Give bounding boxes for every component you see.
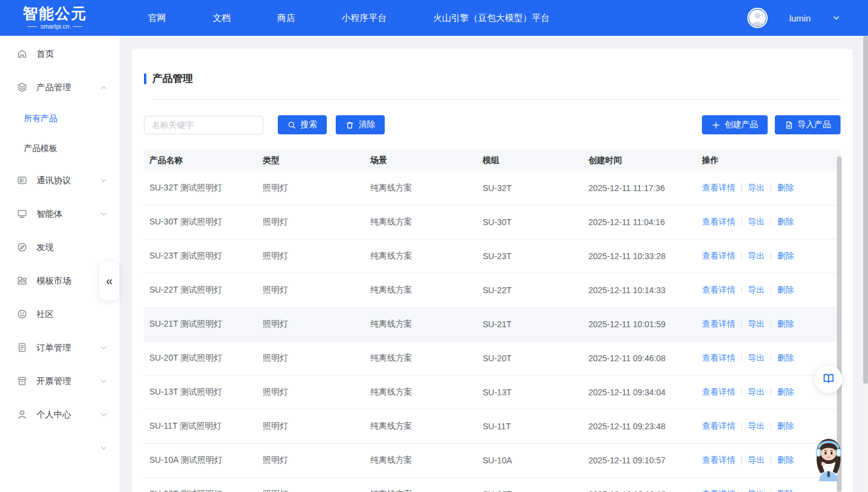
page-scrollbar-track[interactable] — [863, 0, 868, 492]
export-link[interactable]: 导出 — [748, 285, 765, 294]
table-row: SU-10A 测试照明灯 照明灯 纯离线方案 SU-10A 2025-12-11… — [144, 444, 841, 478]
chevron-down-icon — [100, 411, 108, 419]
export-link[interactable]: 导出 — [748, 183, 765, 192]
delete-link[interactable]: 删除 — [777, 353, 794, 362]
sidebar-item-personal-center[interactable]: 个人中心 — [0, 398, 119, 431]
cell-module: SU-11T — [477, 422, 583, 431]
action-separator — [741, 218, 742, 226]
table-row: SU-23T 测试照明灯 照明灯 纯离线方案 SU-23T 2025-12-11… — [144, 239, 841, 273]
view-details-link[interactable]: 查看详情 — [702, 319, 735, 328]
user-avatar[interactable] — [747, 8, 768, 28]
table-row: SU-20T 测试照明灯 照明灯 纯离线方案 SU-20T 2025-12-11… — [144, 342, 841, 376]
delete-link[interactable]: 删除 — [777, 319, 794, 328]
cell-product-name: SU-10A 测试照明灯 — [144, 455, 257, 466]
nav-item-miniprogram-platform[interactable]: 小程序平台 — [342, 13, 387, 24]
nav-item-official-site[interactable]: 官网 — [148, 13, 166, 24]
table-header-row: 产品名称 类型 场景 模组 创建时间 操作 — [144, 149, 841, 171]
cell-actions: 查看详情导出删除 — [697, 353, 841, 364]
sidebar-item-home[interactable]: 首页 — [0, 37, 119, 70]
user-menu-chevron-down-icon[interactable] — [832, 14, 841, 22]
cell-module: SU-03T — [477, 490, 583, 492]
table-row: SU-30T 测试照明灯 照明灯 纯离线方案 SU-30T 2025-12-11… — [144, 205, 841, 239]
sidebar-collapse-handle[interactable]: « — [99, 262, 119, 300]
delete-link[interactable]: 删除 — [777, 251, 794, 260]
sidebar-item-label: 首页 — [36, 48, 54, 60]
delete-link[interactable]: 删除 — [777, 217, 794, 226]
nav-item-store[interactable]: 商店 — [277, 13, 295, 24]
sidebar-item-label: 开票管理 — [36, 376, 71, 387]
sidebar-item-unlabeled[interactable] — [0, 431, 119, 465]
view-details-link[interactable]: 查看详情 — [702, 285, 735, 294]
page-scrollbar-thumb[interactable] — [863, 36, 868, 384]
cell-module: SU-32T — [477, 183, 583, 193]
export-link[interactable]: 导出 — [748, 421, 765, 430]
export-link[interactable]: 导出 — [748, 251, 765, 260]
view-details-link[interactable]: 查看详情 — [702, 387, 735, 396]
monitor-icon — [17, 208, 27, 219]
cell-created-time: 2025-12-11 11:04:16 — [583, 217, 697, 227]
view-details-link[interactable]: 查看详情 — [702, 421, 735, 430]
sidebar-item-community[interactable]: 社区 — [0, 297, 119, 331]
delete-link[interactable]: 删除 — [777, 387, 794, 396]
view-details-link[interactable]: 查看详情 — [702, 489, 735, 492]
cell-created-time: 2025-12-10 18:18:13 — [583, 490, 697, 492]
import-product-button[interactable]: 导入产品 — [775, 115, 841, 134]
create-product-button[interactable]: 创建产品 — [702, 115, 768, 134]
cell-type: 照明灯 — [257, 183, 365, 193]
cell-module: SU-13T — [477, 388, 583, 397]
assistant-mascot[interactable] — [808, 436, 849, 481]
export-link[interactable]: 导出 — [748, 387, 765, 396]
search-button[interactable]: 搜索 — [278, 115, 327, 134]
cell-product-name: SU-32T 测试照明灯 — [144, 183, 257, 193]
sidebar-item-order-management[interactable]: 订单管理 — [0, 331, 119, 364]
export-link[interactable]: 导出 — [748, 353, 765, 362]
delete-link[interactable]: 删除 — [777, 421, 794, 430]
cell-product-name: SU-13T 测试照明灯 — [144, 387, 257, 398]
column-header-module: 模组 — [477, 155, 583, 166]
delete-link[interactable]: 删除 — [777, 455, 794, 465]
top-navigation: 官网 文档 商店 小程序平台 火山引擎（豆包大模型）平台 — [148, 13, 550, 24]
cell-scene: 纯离线方案 — [365, 387, 477, 398]
clear-button[interactable]: 清除 — [336, 115, 385, 134]
mascot-image — [808, 436, 849, 481]
docs-book-fab-button[interactable] — [815, 365, 842, 393]
search-input[interactable] — [144, 116, 263, 134]
cell-created-time: 2025-12-11 09:10:57 — [583, 456, 697, 465]
sidebar-item-discover[interactable]: 发现 — [0, 230, 119, 264]
action-separator — [771, 388, 771, 396]
nav-item-docs[interactable]: 文档 — [213, 13, 231, 24]
action-separator — [771, 354, 771, 362]
view-details-link[interactable]: 查看详情 — [702, 217, 735, 226]
cell-actions: 查看详情导出删除 — [697, 183, 841, 193]
cell-module: SU-10A — [477, 456, 583, 465]
cell-actions: 查看详情导出删除 — [697, 285, 841, 296]
cell-module: SU-21T — [477, 319, 583, 329]
action-separator — [771, 422, 771, 430]
view-details-link[interactable]: 查看详情 — [702, 455, 735, 465]
export-link[interactable]: 导出 — [748, 319, 765, 328]
action-separator — [741, 354, 742, 362]
sidebar-item-product-management[interactable]: 产品管理 — [0, 70, 119, 104]
brand-logo[interactable]: 智能公元 smartpi.cn — [23, 6, 87, 30]
export-link[interactable]: 导出 — [748, 489, 765, 492]
user-name[interactable]: lumin — [789, 13, 811, 23]
export-link[interactable]: 导出 — [748, 455, 765, 465]
delete-link[interactable]: 删除 — [777, 285, 794, 294]
sidebar-item-communication-protocol[interactable]: 通讯协议 — [0, 164, 119, 197]
sidebar-subitem-product-templates[interactable]: 产品模板 — [0, 134, 119, 164]
action-separator — [771, 252, 771, 260]
view-details-link[interactable]: 查看详情 — [702, 183, 735, 192]
sidebar-item-agent[interactable]: 智能体 — [0, 197, 119, 230]
view-details-link[interactable]: 查看详情 — [702, 353, 735, 362]
sidebar-subitem-all-products[interactable]: 所有产品 — [0, 104, 119, 134]
export-link[interactable]: 导出 — [748, 217, 765, 226]
delete-link[interactable]: 删除 — [777, 183, 794, 192]
delete-link[interactable]: 删除 — [777, 489, 794, 492]
sidebar-item-invoice-management[interactable]: 开票管理 — [0, 364, 119, 398]
view-details-link[interactable]: 查看详情 — [702, 251, 735, 260]
cell-actions: 查看详情导出删除 — [697, 489, 841, 492]
nav-item-volcano-engine-platform[interactable]: 火山引擎（豆包大模型）平台 — [433, 13, 550, 24]
cell-actions: 查看详情导出删除 — [697, 251, 841, 262]
cell-product-name: SU-21T 测试照明灯 — [144, 319, 257, 330]
collapse-chevrons-icon: « — [106, 274, 112, 288]
